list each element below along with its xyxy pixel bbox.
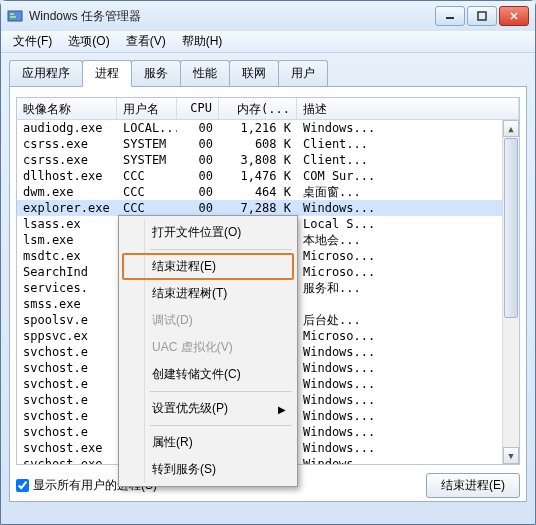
cell-image-name: svchost.e <box>17 424 117 440</box>
tab-strip: 应用程序 进程 服务 性能 联网 用户 <box>9 60 527 87</box>
context-menu-item[interactable]: 结束进程树(T) <box>122 280 294 307</box>
context-menu-item: UAC 虚拟化(V) <box>122 334 294 361</box>
cell-image-name: svchost.exe <box>17 440 117 456</box>
cell-cpu: 00 <box>177 136 219 152</box>
cell-description: Client... <box>297 136 519 152</box>
cell-cpu: 00 <box>177 120 219 136</box>
tab-performance[interactable]: 性能 <box>180 60 230 87</box>
col-description[interactable]: 描述 <box>297 98 519 119</box>
cell-description: Windows... <box>297 120 519 136</box>
table-row[interactable]: dllhost.exeCCC001,476 KCOM Sur... <box>17 168 519 184</box>
col-cpu[interactable]: CPU <box>177 98 219 119</box>
cell-cpu: 00 <box>177 200 219 216</box>
context-menu-separator <box>150 249 292 250</box>
col-image-name[interactable]: 映像名称 <box>17 98 117 119</box>
table-row[interactable]: csrss.exeSYSTEM003,808 KClient... <box>17 152 519 168</box>
process-panel: 映像名称 用户名 CPU 内存(... 描述 audiodg.exeLOCAL.… <box>9 86 527 502</box>
cell-memory: 7,288 K <box>219 200 297 216</box>
cell-image-name: sppsvc.ex <box>17 328 117 344</box>
cell-user: SYSTEM <box>117 136 177 152</box>
cell-image-name: explorer.exe <box>17 200 117 216</box>
cell-user: CCC <box>117 168 177 184</box>
cell-description: Microso... <box>297 328 519 344</box>
cell-image-name: lsass.ex <box>17 216 117 232</box>
cell-image-name: services. <box>17 280 117 296</box>
tab-processes[interactable]: 进程 <box>82 60 132 87</box>
menu-file[interactable]: 文件(F) <box>7 31 58 52</box>
cell-image-name: msdtc.ex <box>17 248 117 264</box>
tab-networking[interactable]: 联网 <box>229 60 279 87</box>
svg-rect-4 <box>478 12 486 20</box>
cell-image-name: svchost.exe <box>17 456 117 465</box>
cell-image-name: lsm.exe <box>17 232 117 248</box>
context-menu-item[interactable]: 转到服务(S) <box>122 456 294 483</box>
cell-description: Windows... <box>297 456 519 465</box>
cell-memory: 1,476 K <box>219 168 297 184</box>
list-header[interactable]: 映像名称 用户名 CPU 内存(... 描述 <box>17 98 519 120</box>
cell-image-name: svchost.e <box>17 392 117 408</box>
cell-image-name: dllhost.exe <box>17 168 117 184</box>
cell-description <box>297 296 519 312</box>
context-menu-item[interactable]: 打开文件位置(O) <box>122 219 294 246</box>
cell-description: Windows... <box>297 360 519 376</box>
cell-image-name: svchost.e <box>17 344 117 360</box>
cell-user: CCC <box>117 200 177 216</box>
context-menu-item[interactable]: 属性(R) <box>122 429 294 456</box>
menu-options[interactable]: 选项(O) <box>62 31 115 52</box>
cell-memory: 1,216 K <box>219 120 297 136</box>
cell-image-name: svchost.e <box>17 408 117 424</box>
cell-description: Client... <box>297 152 519 168</box>
cell-image-name: dwm.exe <box>17 184 117 200</box>
vertical-scrollbar[interactable]: ▲ ▼ <box>502 120 519 464</box>
context-menu: 打开文件位置(O)结束进程(E)结束进程树(T)调试(D)UAC 虚拟化(V)创… <box>118 215 298 487</box>
cell-description: Local S... <box>297 216 519 232</box>
table-row[interactable]: csrss.exeSYSTEM00608 KClient... <box>17 136 519 152</box>
task-manager-window: Windows 任务管理器 文件(F) 选项(O) 查看(V) 帮助(H) 应用… <box>0 0 536 525</box>
cell-description: Windows... <box>297 200 519 216</box>
col-user[interactable]: 用户名 <box>117 98 177 119</box>
minimize-button[interactable] <box>435 6 465 26</box>
cell-user: LOCAL... <box>117 120 177 136</box>
cell-description: COM Sur... <box>297 168 519 184</box>
cell-description: Windows... <box>297 376 519 392</box>
cell-image-name: smss.exe <box>17 296 117 312</box>
menu-view[interactable]: 查看(V) <box>120 31 172 52</box>
table-row[interactable]: dwm.exeCCC00464 K桌面窗... <box>17 184 519 200</box>
cell-description: 服务和... <box>297 280 519 296</box>
cell-description: Windows... <box>297 424 519 440</box>
scroll-thumb[interactable] <box>504 138 518 318</box>
context-menu-item[interactable]: 创建转储文件(C) <box>122 361 294 388</box>
scroll-up-button[interactable]: ▲ <box>503 120 519 137</box>
cell-cpu: 00 <box>177 184 219 200</box>
tab-users[interactable]: 用户 <box>278 60 328 87</box>
show-all-users-input[interactable] <box>16 479 29 492</box>
svg-rect-1 <box>10 13 14 15</box>
cell-memory: 608 K <box>219 136 297 152</box>
menu-help[interactable]: 帮助(H) <box>176 31 229 52</box>
menubar: 文件(F) 选项(O) 查看(V) 帮助(H) <box>1 31 535 53</box>
cell-memory: 3,808 K <box>219 152 297 168</box>
tab-applications[interactable]: 应用程序 <box>9 60 83 87</box>
tab-services[interactable]: 服务 <box>131 60 181 87</box>
end-process-button[interactable]: 结束进程(E) <box>426 473 520 498</box>
context-menu-separator <box>150 425 292 426</box>
cell-memory: 464 K <box>219 184 297 200</box>
titlebar[interactable]: Windows 任务管理器 <box>1 1 535 31</box>
table-row[interactable]: audiodg.exeLOCAL...001,216 KWindows... <box>17 120 519 136</box>
cell-cpu: 00 <box>177 152 219 168</box>
cell-user: SYSTEM <box>117 152 177 168</box>
context-menu-item[interactable]: 设置优先级(P)▶ <box>122 395 294 422</box>
context-menu-item[interactable]: 结束进程(E) <box>122 253 294 280</box>
table-row[interactable]: explorer.exeCCC007,288 KWindows... <box>17 200 519 216</box>
maximize-button[interactable] <box>467 6 497 26</box>
col-memory[interactable]: 内存(... <box>219 98 297 119</box>
app-icon <box>7 8 23 24</box>
cell-description: 后台处... <box>297 312 519 328</box>
cell-description: Microso... <box>297 264 519 280</box>
close-button[interactable] <box>499 6 529 26</box>
scroll-down-button[interactable]: ▼ <box>503 447 519 464</box>
cell-cpu: 00 <box>177 168 219 184</box>
svg-rect-2 <box>10 16 16 18</box>
cell-image-name: csrss.exe <box>17 152 117 168</box>
cell-description: Windows... <box>297 392 519 408</box>
